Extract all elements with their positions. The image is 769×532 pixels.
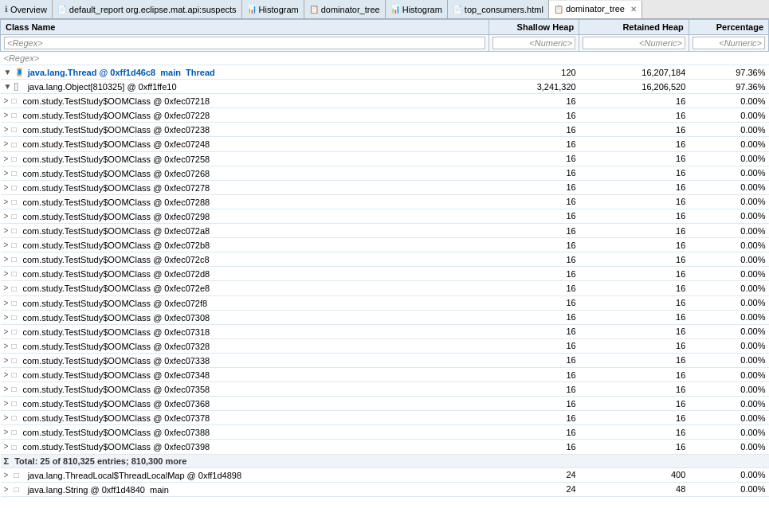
- filter-pct-input[interactable]: [692, 37, 765, 49]
- expand-icon[interactable]: >: [4, 212, 12, 221]
- filter-name-input[interactable]: [4, 37, 485, 49]
- class-name-cell: >□com.study.TestStudy$OOMClass @ 0xfec07…: [1, 209, 489, 223]
- list-item[interactable]: >□com.study.TestStudy$OOMClass @ 0xfec07…: [1, 397, 769, 411]
- list-item[interactable]: >□com.study.TestStudy$OOMClass @ 0xfec07…: [1, 209, 769, 223]
- expand-icon[interactable]: >: [4, 183, 12, 192]
- list-item[interactable]: >□com.study.TestStudy$OOMClass @ 0xfec07…: [1, 238, 769, 252]
- expand-icon[interactable]: >: [4, 169, 12, 178]
- expand-icon[interactable]: >: [4, 255, 12, 264]
- tab-histogram2[interactable]: 📊 Histogram: [386, 0, 448, 18]
- col-header-shallow-heap[interactable]: Shallow Heap: [489, 20, 579, 35]
- filter-retained-input[interactable]: [583, 37, 685, 49]
- class-label: java.lang.Thread @ 0xff1d46c8 main Threa…: [28, 68, 215, 77]
- list-item[interactable]: >□com.study.TestStudy$OOMClass @ 0xfec07…: [1, 310, 769, 324]
- tab-histogram1-label: Histogram: [259, 5, 299, 14]
- filter-shallow-cell[interactable]: [489, 35, 579, 52]
- expand-icon[interactable]: ▼: [4, 68, 12, 76]
- shallow-value: 120: [489, 65, 579, 80]
- expand-icon[interactable]: >: [4, 139, 12, 148]
- tab-default-report[interactable]: 📄 default_report org.eclipse.mat.api:sus…: [53, 0, 242, 18]
- class-name-cell: <Regex>: [1, 52, 489, 65]
- expand-icon[interactable]: >: [4, 269, 12, 278]
- class-name-cell: >□com.study.TestStudy$OOMClass @ 0xfec07…: [1, 238, 489, 252]
- col-header-percentage[interactable]: Percentage: [689, 20, 768, 35]
- class-name-cell: ▼ 🧵 java.lang.Thread @ 0xff1d46c8 main T…: [1, 65, 489, 80]
- class-name-cell: >□com.study.TestStudy$OOMClass @ 0xfec07…: [1, 108, 489, 123]
- expand-icon[interactable]: >: [4, 428, 12, 436]
- list-item[interactable]: >□com.study.TestStudy$OOMClass @ 0xfec07…: [1, 194, 769, 209]
- expand-icon[interactable]: >: [4, 327, 12, 336]
- list-item[interactable]: > □ java.lang.ThreadLocal$ThreadLocalMap…: [1, 467, 769, 482]
- obj-icon: □: [12, 183, 22, 193]
- tab-histogram1[interactable]: 📊 Histogram: [242, 0, 304, 18]
- class-name-cell: ▼ [] java.lang.Object[810325] @ 0xff1ffe…: [1, 80, 489, 94]
- list-item[interactable]: >□com.study.TestStudy$OOMClass @ 0xfec07…: [1, 180, 769, 194]
- list-item[interactable]: >□com.study.TestStudy$OOMClass @ 0xfec07…: [1, 338, 769, 353]
- class-name-cell: >□com.study.TestStudy$OOMClass @ 0xfec07…: [1, 224, 489, 238]
- class-name-cell: > □ java.lang.String @ 0xff1d4840 main: [1, 482, 489, 496]
- list-item[interactable]: >□com.study.TestStudy$OOMClass @ 0xfec07…: [1, 353, 769, 367]
- col-header-retained-heap[interactable]: Retained Heap: [579, 20, 689, 35]
- expand-icon[interactable]: >: [4, 485, 12, 494]
- main-content: Class Name Shallow Heap Retained Heap Pe…: [0, 19, 769, 532]
- expand-icon[interactable]: >: [4, 226, 12, 235]
- dominator-tree1-icon: 📋: [309, 5, 319, 14]
- list-item[interactable]: ▼ 🧵 java.lang.Thread @ 0xff1d46c8 main T…: [1, 65, 769, 80]
- expand-icon[interactable]: >: [4, 284, 12, 292]
- list-item[interactable]: >□com.study.TestStudy$OOMClass @ 0xfec07…: [1, 295, 769, 310]
- list-item[interactable]: >□com.study.TestStudy$OOMClass @ 0xfec07…: [1, 123, 769, 137]
- list-item[interactable]: >□com.study.TestStudy$OOMClass @ 0xfec07…: [1, 281, 769, 295]
- list-item[interactable]: <Regex>: [1, 52, 769, 65]
- tab-close-button[interactable]: ✕: [630, 5, 637, 14]
- list-item[interactable]: >□com.study.TestStudy$OOMClass @ 0xfec07…: [1, 137, 769, 151]
- list-item[interactable]: >□com.study.TestStudy$OOMClass @ 0xfec07…: [1, 411, 769, 425]
- expand-icon[interactable]: >: [4, 370, 12, 379]
- list-item[interactable]: >□com.study.TestStudy$OOMClass @ 0xfec07…: [1, 224, 769, 238]
- list-item[interactable]: >□com.study.TestStudy$OOMClass @ 0xfec07…: [1, 252, 769, 267]
- filter-pct-cell[interactable]: [689, 35, 768, 52]
- expand-icon[interactable]: >: [4, 155, 12, 163]
- list-item[interactable]: >□com.study.TestStudy$OOMClass @ 0xfec07…: [1, 382, 769, 397]
- table-wrapper[interactable]: Class Name Shallow Heap Retained Heap Pe…: [0, 19, 769, 532]
- expand-icon[interactable]: >: [4, 313, 12, 322]
- obj-icon: □: [12, 96, 22, 106]
- class-name-cell: >□com.study.TestStudy$OOMClass @ 0xfec07…: [1, 324, 489, 338]
- tab-top-consumers[interactable]: 📄 top_consumers.html: [448, 0, 549, 18]
- class-name-cell: >□com.study.TestStudy$OOMClass @ 0xfec07…: [1, 397, 489, 411]
- list-item[interactable]: >□com.study.TestStudy$OOMClass @ 0xfec07…: [1, 267, 769, 281]
- list-item[interactable]: >□com.study.TestStudy$OOMClass @ 0xfec07…: [1, 367, 769, 381]
- list-item[interactable]: >□com.study.TestStudy$OOMClass @ 0xfec07…: [1, 324, 769, 338]
- filter-shallow-input[interactable]: [492, 37, 575, 49]
- filter-retained-cell[interactable]: [579, 35, 689, 52]
- expand-icon[interactable]: >: [4, 241, 12, 249]
- expand-icon[interactable]: >: [4, 198, 12, 206]
- tab-histogram2-label: Histogram: [402, 5, 442, 14]
- expand-icon[interactable]: >: [4, 125, 12, 134]
- expand-icon[interactable]: >: [4, 111, 12, 119]
- pct-value: 97.36%: [689, 80, 768, 94]
- filter-name-cell[interactable]: [1, 35, 489, 52]
- list-item[interactable]: >□com.study.TestStudy$OOMClass @ 0xfec07…: [1, 151, 769, 166]
- expand-icon[interactable]: >: [4, 356, 12, 365]
- expand-icon[interactable]: >: [4, 385, 12, 393]
- expand-icon[interactable]: >: [4, 399, 12, 408]
- expand-icon[interactable]: >: [4, 96, 12, 105]
- expand-icon[interactable]: >: [4, 342, 12, 350]
- list-item[interactable]: ▼ [] java.lang.Object[810325] @ 0xff1ffe…: [1, 80, 769, 94]
- col-header-class-name[interactable]: Class Name: [1, 20, 489, 35]
- list-item[interactable]: >□com.study.TestStudy$OOMClass @ 0xfec07…: [1, 108, 769, 123]
- tab-dominator-tree1[interactable]: 📋 dominator_tree: [304, 0, 386, 18]
- list-item[interactable]: >□com.study.TestStudy$OOMClass @ 0xfec07…: [1, 94, 769, 108]
- expand-icon[interactable]: >: [4, 442, 12, 451]
- expand-icon[interactable]: >: [4, 299, 12, 307]
- list-item[interactable]: >□com.study.TestStudy$OOMClass @ 0xfec07…: [1, 440, 769, 454]
- expand-icon[interactable]: >: [4, 413, 12, 422]
- tab-overview[interactable]: ℹ Overview: [0, 0, 53, 18]
- expand-icon[interactable]: ▼: [4, 82, 12, 91]
- obj-icon: □: [12, 269, 22, 279]
- list-item[interactable]: > □ java.lang.String @ 0xff1d4840 main 2…: [1, 482, 769, 496]
- list-item[interactable]: >□com.study.TestStudy$OOMClass @ 0xfec07…: [1, 166, 769, 180]
- list-item[interactable]: >□com.study.TestStudy$OOMClass @ 0xfec07…: [1, 425, 769, 440]
- expand-icon[interactable]: >: [4, 471, 12, 479]
- tab-dominator-tree2[interactable]: 📋 dominator_tree ✕: [549, 1, 642, 19]
